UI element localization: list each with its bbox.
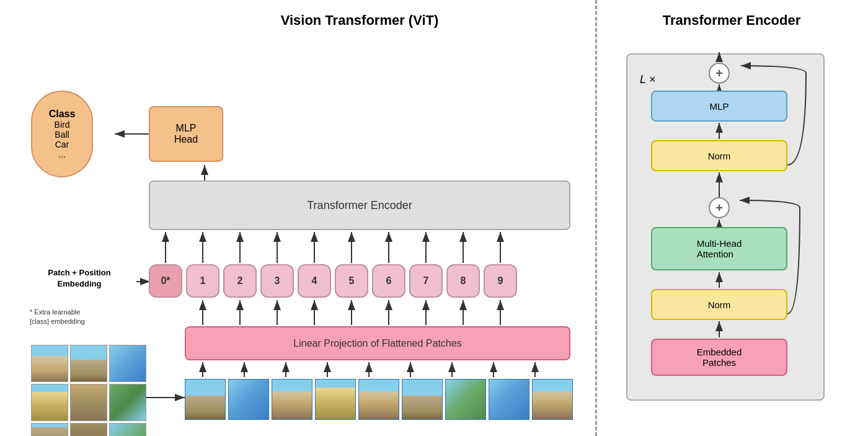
class-label: Class xyxy=(49,109,76,120)
patch-7 xyxy=(445,379,486,420)
class-ball: Ball xyxy=(55,130,69,140)
patch-8 xyxy=(489,379,529,420)
token-4: 4 xyxy=(298,264,331,298)
token-9-label: 9 xyxy=(498,275,503,287)
plus-top-label: + xyxy=(715,66,723,81)
encoder-title: Transformer Encoder xyxy=(614,12,849,29)
extra-learnable-label: * Extra learnable[class] embedding xyxy=(30,308,129,327)
source-cell-2 xyxy=(70,345,107,382)
plus-mid-label: + xyxy=(715,201,723,215)
token-1-label: 1 xyxy=(200,275,206,287)
transformer-encoder-main-box: Transformer Encoder xyxy=(149,180,570,230)
vit-section: Vision Transformer (ViT) xyxy=(0,0,595,436)
patch-4 xyxy=(315,379,356,420)
plus-circle-mid: + xyxy=(709,197,730,218)
vit-diagram: Class Bird Ball Car ... MLPHead Transfor… xyxy=(12,41,583,436)
embedded-patches-label: EmbeddedPatches xyxy=(697,347,742,368)
class-output-box: Class Bird Ball Car ... xyxy=(31,91,93,177)
patch-3 xyxy=(272,379,312,420)
enc-norm-bottom-box: Norm xyxy=(651,289,787,320)
source-cell-5 xyxy=(70,384,107,421)
plus-circle-top: + xyxy=(709,63,730,84)
token-6: 6 xyxy=(372,264,405,298)
enc-mha-box: Multi-HeadAttention xyxy=(651,227,787,270)
token-3-label: 3 xyxy=(275,275,280,287)
token-0: 0* xyxy=(149,264,182,298)
class-bird: Bird xyxy=(55,120,70,130)
linear-proj-box: Linear Projection of Flattened Patches xyxy=(185,326,570,360)
token-8-label: 8 xyxy=(461,275,466,287)
token-7-label: 7 xyxy=(423,275,429,287)
class-ellipsis: ... xyxy=(58,149,66,159)
enc-mlp-box: MLP xyxy=(651,91,787,122)
enc-norm-top-label: Norm xyxy=(708,151,731,161)
source-cell-7 xyxy=(31,423,68,436)
token-5-label: 5 xyxy=(349,275,355,287)
patch-embed-label: Patch + PositionEmbedding xyxy=(30,267,129,290)
encoder-section: Transformer Encoder L × xyxy=(595,0,868,436)
embedded-patches-box: EmbeddedPatches xyxy=(651,339,787,376)
source-cell-3 xyxy=(109,345,146,382)
enc-norm-top-box: Norm xyxy=(651,140,787,171)
mlp-head-box: MLPHead xyxy=(149,106,223,162)
token-3: 3 xyxy=(260,264,294,298)
source-cell-1 xyxy=(31,345,68,382)
source-cell-8 xyxy=(70,423,107,436)
patch-5 xyxy=(358,379,399,420)
source-grid xyxy=(31,345,146,436)
token-9: 9 xyxy=(484,264,517,298)
enc-mha-label: Multi-HeadAttention xyxy=(697,238,742,259)
transformer-encoder-box-label: Transformer Encoder xyxy=(307,199,412,212)
enc-mlp-label: MLP xyxy=(710,101,729,112)
embedding-row: 0* 1 2 3 4 5 6 xyxy=(149,264,517,298)
encoder-diagram: L × xyxy=(620,41,843,436)
class-car: Car xyxy=(55,140,69,149)
token-7: 7 xyxy=(409,264,443,298)
source-cell-6 xyxy=(109,384,146,421)
patch-6 xyxy=(402,379,443,420)
token-2-label: 2 xyxy=(237,275,243,287)
mlp-head-label: MLPHead xyxy=(174,123,198,145)
source-cell-9 xyxy=(109,423,146,436)
token-1: 1 xyxy=(186,264,219,298)
source-cell-4 xyxy=(31,384,68,421)
vit-title: Vision Transformer (ViT) xyxy=(12,12,583,29)
patch-1 xyxy=(185,379,226,420)
token-2: 2 xyxy=(223,264,257,298)
main-container: Vision Transformer (ViT) xyxy=(0,0,868,436)
token-8: 8 xyxy=(446,264,480,298)
lx-label: L × xyxy=(640,73,655,86)
patch-9 xyxy=(532,379,573,420)
patch-2 xyxy=(228,379,269,420)
enc-norm-bottom-label: Norm xyxy=(708,300,731,310)
token-5: 5 xyxy=(335,264,368,298)
token-4-label: 4 xyxy=(312,275,317,287)
patches-row xyxy=(185,379,573,420)
token-6-label: 6 xyxy=(386,275,392,287)
linear-proj-label: Linear Projection of Flattened Patches xyxy=(293,338,461,349)
token-0-label: 0* xyxy=(161,275,170,287)
